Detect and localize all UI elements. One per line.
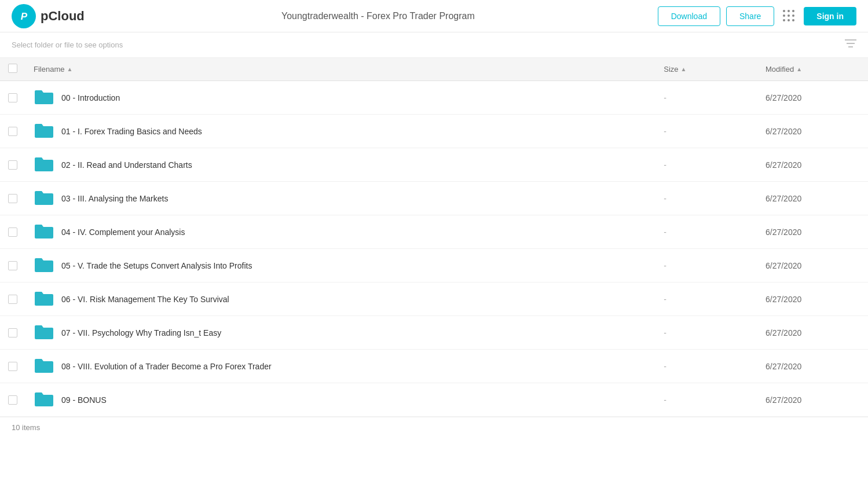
dot [792, 14, 794, 17]
filename-cell: 07 - VII. Psychology Why Trading Isn_t E… [25, 316, 655, 350]
select-all-checkbox[interactable] [8, 64, 17, 73]
file-name-text: 08 - VIII. Evolution of a Trader Become … [61, 362, 272, 371]
row-checkbox-cell [0, 316, 25, 350]
size-sort-arrow: ▲ [681, 66, 687, 72]
dot [788, 14, 790, 17]
size-cell: - [655, 215, 757, 249]
toolbar-hint: Select folder or file to see options [12, 41, 123, 49]
row-checkbox-2[interactable] [8, 127, 17, 136]
signin-button[interactable]: Sign in [804, 7, 856, 25]
row-checkbox-8[interactable] [8, 328, 17, 337]
row-checkbox-4[interactable] [8, 194, 17, 203]
folder-icon [34, 88, 54, 107]
filename-cell: 01 - I. Forex Trading Basics and Needs [25, 115, 655, 148]
file-name-text: 09 - BONUS [61, 395, 107, 405]
file-name-text: 00 - Introduction [61, 93, 120, 102]
row-checkbox-cell [0, 148, 25, 182]
svg-text:P: P [21, 11, 28, 22]
header-title: Youngtraderwealth - Forex Pro Trader Pro… [98, 11, 658, 21]
size-cell: - [655, 148, 757, 182]
size-cell: - [655, 115, 757, 148]
table-body: 00 - Introduction-6/27/2020 01 - I. Fore… [0, 81, 868, 417]
table-header: Filename ▲ Size ▲ Modified ▲ [0, 58, 868, 81]
filename-cell: 06 - VI. Risk Management The Key To Surv… [25, 282, 655, 316]
file-name-text: 07 - VII. Psychology Why Trading Isn_t E… [61, 328, 221, 337]
row-checkbox-cell [0, 215, 25, 249]
table-row[interactable]: 04 - IV. Complement your Analysis-6/27/2… [0, 215, 868, 249]
size-cell: - [655, 81, 757, 115]
row-checkbox-3[interactable] [8, 160, 17, 170]
file-name-text: 05 - V. Trade the Setups Convert Analysi… [61, 261, 252, 270]
filename-cell: 08 - VIII. Evolution of a Trader Become … [25, 350, 655, 383]
size-sort[interactable]: Size ▲ [664, 65, 686, 74]
dot [792, 10, 794, 12]
row-checkbox-cell [0, 249, 25, 282]
dot [788, 19, 790, 21]
row-checkbox-1[interactable] [8, 93, 17, 102]
filter-icon[interactable] [845, 39, 856, 51]
row-checkbox-cell [0, 115, 25, 148]
file-table: Filename ▲ Size ▲ Modified ▲ 00 - Introd… [0, 58, 868, 417]
size-cell: - [655, 350, 757, 383]
col-modified-header[interactable]: Modified ▲ [757, 58, 868, 81]
header-checkbox-cell [0, 58, 25, 81]
dot [783, 10, 785, 12]
filename-cell: 00 - Introduction [25, 81, 655, 115]
table-row[interactable]: 00 - Introduction-6/27/2020 [0, 81, 868, 115]
table-row[interactable]: 05 - V. Trade the Setups Convert Analysi… [0, 249, 868, 282]
filename-sort[interactable]: Filename ▲ [34, 65, 72, 74]
modified-sort[interactable]: Modified ▲ [766, 65, 802, 74]
modified-cell: 6/27/2020 [757, 148, 868, 182]
row-checkbox-7[interactable] [8, 295, 17, 304]
table-row[interactable]: 06 - VI. Risk Management The Key To Surv… [0, 282, 868, 316]
size-cell: - [655, 383, 757, 417]
folder-icon [34, 289, 54, 309]
row-checkbox-9[interactable] [8, 362, 17, 371]
dot [792, 19, 794, 21]
folder-icon [34, 357, 54, 376]
file-name-text: 01 - I. Forex Trading Basics and Needs [61, 127, 202, 136]
folder-icon [34, 189, 54, 208]
filename-cell: 03 - III. Analysing the Markets [25, 182, 655, 215]
folder-icon [34, 256, 54, 275]
footer: 10 items [0, 417, 868, 438]
row-checkbox-cell [0, 383, 25, 417]
table-row[interactable]: 02 - II. Read and Understand Charts-6/27… [0, 148, 868, 182]
table-row[interactable]: 01 - I. Forex Trading Basics and Needs-6… [0, 115, 868, 148]
row-checkbox-10[interactable] [8, 395, 17, 405]
filename-cell: 04 - IV. Complement your Analysis [25, 215, 655, 249]
file-name-text: 04 - IV. Complement your Analysis [61, 228, 185, 237]
modified-cell: 6/27/2020 [757, 182, 868, 215]
logo-area: P pCloud [12, 4, 98, 28]
size-cell: - [655, 249, 757, 282]
folder-icon [34, 155, 54, 174]
row-checkbox-6[interactable] [8, 261, 17, 270]
table-row[interactable]: 07 - VII. Psychology Why Trading Isn_t E… [0, 316, 868, 350]
folder-icon [34, 122, 54, 141]
modified-cell: 6/27/2020 [757, 81, 868, 115]
modified-cell: 6/27/2020 [757, 115, 868, 148]
folder-icon [34, 390, 54, 409]
col-size-header[interactable]: Size ▲ [655, 58, 757, 81]
table-row[interactable]: 03 - III. Analysing the Markets-6/27/202… [0, 182, 868, 215]
table-row[interactable]: 09 - BONUS-6/27/2020 [0, 383, 868, 417]
modified-sort-arrow: ▲ [796, 66, 802, 72]
pcloud-logo-icon: P [12, 4, 36, 28]
modified-cell: 6/27/2020 [757, 215, 868, 249]
download-button[interactable]: Download [658, 6, 720, 26]
share-button[interactable]: Share [726, 6, 774, 26]
table-row[interactable]: 08 - VIII. Evolution of a Trader Become … [0, 350, 868, 383]
row-checkbox-cell [0, 282, 25, 316]
modified-cell: 6/27/2020 [757, 383, 868, 417]
row-checkbox-5[interactable] [8, 228, 17, 237]
file-name-text: 03 - III. Analysing the Markets [61, 194, 168, 203]
header-actions: Download Share Sign in [658, 6, 856, 26]
size-cell: - [655, 316, 757, 350]
col-filename-header[interactable]: Filename ▲ [25, 58, 655, 81]
modified-cell: 6/27/2020 [757, 282, 868, 316]
dots-menu-button[interactable] [780, 7, 798, 25]
folder-icon [34, 222, 54, 241]
logo-text: pCloud [41, 9, 85, 24]
filename-sort-arrow: ▲ [67, 66, 72, 72]
dot [783, 14, 785, 17]
